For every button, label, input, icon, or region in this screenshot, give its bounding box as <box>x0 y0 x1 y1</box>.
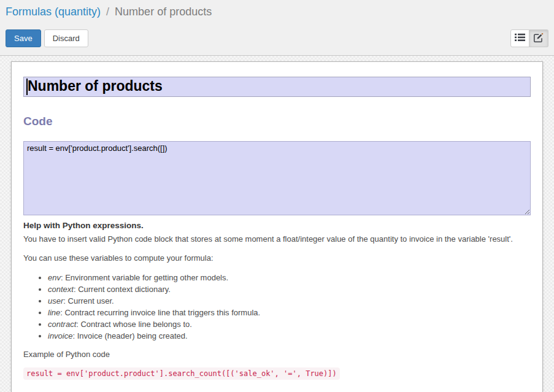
help-intro: You have to insert valid Python code blo… <box>23 233 531 245</box>
code-textarea[interactable]: result = env['product.product'].search([… <box>23 141 531 215</box>
example-code: result = env['product.product'].search_c… <box>23 367 340 380</box>
variable-desc: : Environment variable for getting other… <box>61 273 228 282</box>
list-item: line: Contract recurring invoice line th… <box>48 307 531 318</box>
breadcrumb-separator: / <box>104 6 112 18</box>
variable-name: env <box>48 273 61 282</box>
variable-desc: : Current context dictionary. <box>74 285 171 294</box>
discard-button[interactable]: Discard <box>44 29 88 47</box>
content-area: Code result = env['product.product'].sea… <box>0 56 554 392</box>
breadcrumb-current: Number of products <box>115 6 212 18</box>
list-view-button[interactable] <box>510 29 529 47</box>
variable-name: line <box>48 308 60 317</box>
button-toolbar: Save Discard <box>6 29 548 47</box>
breadcrumb: Formulas (quantity) / Number of products <box>6 5 548 19</box>
code-section-heading: Code <box>23 115 531 128</box>
breadcrumb-parent-link[interactable]: Formulas (quantity) <box>6 6 101 18</box>
list-item: contract: Contract whose line belongs to… <box>48 318 531 330</box>
variable-name: contract <box>48 320 76 329</box>
title-input[interactable] <box>23 77 531 97</box>
list-icon <box>515 33 525 44</box>
variable-desc: : Invoice (header) being created. <box>72 331 187 340</box>
example-label: Example of Python code <box>23 348 531 361</box>
variable-name: invoice <box>48 331 72 340</box>
variable-desc: : Contract whose line belongs to. <box>76 320 192 329</box>
variable-desc: : Contract recurring invoice line that t… <box>60 308 260 317</box>
list-item: context: Current context dictionary. <box>48 283 531 295</box>
help-heading: Help with Python expressions. <box>23 220 531 232</box>
view-switcher <box>510 29 548 47</box>
list-item: invoice: Invoice (header) being created. <box>48 330 531 342</box>
form-sheet: Code result = env['product.product'].sea… <box>11 61 543 392</box>
title-field <box>23 77 531 97</box>
help-block: Help with Python expressions. You have t… <box>23 220 531 380</box>
variable-name: context <box>48 285 74 294</box>
variable-name: user <box>48 296 63 306</box>
save-button[interactable]: Save <box>6 29 41 47</box>
edit-icon <box>534 33 544 44</box>
variable-desc: : Current user. <box>63 296 113 306</box>
form-view-button[interactable] <box>529 29 548 47</box>
variables-list: env: Environment variable for getting ot… <box>23 272 531 342</box>
list-item: user: Current user. <box>48 295 531 307</box>
list-item: env: Environment variable for getting ot… <box>48 272 531 283</box>
control-panel: Formulas (quantity) / Number of products… <box>0 0 554 56</box>
help-variables-intro: You can use these variables to compute y… <box>23 252 531 264</box>
